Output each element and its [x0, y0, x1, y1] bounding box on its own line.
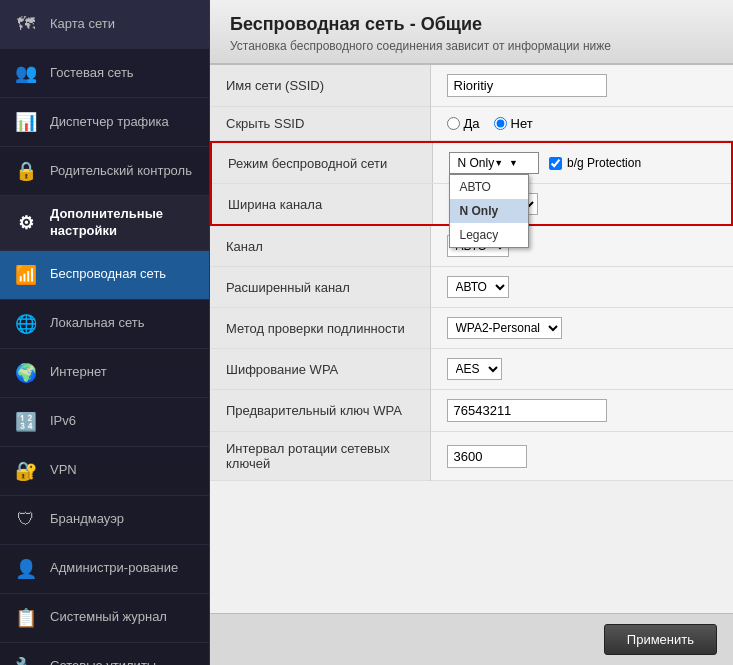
ssid-row: Имя сети (SSID) — [210, 65, 733, 107]
sidebar-item-lan[interactable]: 🌐 Локальная сеть — [0, 300, 209, 349]
auth-method-row: Метод проверки подлинности WPA2-Personal — [210, 308, 733, 349]
mode-bandwidth-table: Режим беспроводной сети N Only ▼ АВТО — [212, 143, 731, 224]
sidebar-label-parental-control: Родительский контроль — [50, 163, 192, 180]
sidebar-item-admin[interactable]: 👤 Администри-рование — [0, 545, 209, 594]
sidebar-item-traffic-manager[interactable]: 📊 Диспетчер трафика — [0, 98, 209, 147]
hide-ssid-radio-group: Да Нет — [447, 116, 718, 131]
wpa-encrypt-select[interactable]: AES — [447, 358, 502, 380]
dropdown-option-nonly[interactable]: N Only — [450, 199, 528, 223]
sidebar-label-guest-network: Гостевая сеть — [50, 65, 134, 82]
sidebar-item-parental-control[interactable]: 🔒 Родительский контроль — [0, 147, 209, 196]
mode-controls: N Only ▼ АВТО N Only Legacy — [449, 152, 716, 174]
ext-channel-cell: АВТО — [430, 267, 733, 308]
auth-method-label: Метод проверки подлинности — [210, 308, 430, 349]
firewall-icon: 🛡 — [12, 506, 40, 534]
wpa-encrypt-cell: AES — [430, 349, 733, 390]
sidebar-item-firewall[interactable]: 🛡 Брандмауэр — [0, 496, 209, 545]
hide-ssid-row: Скрыть SSID Да Нет — [210, 107, 733, 141]
sidebar-label-wireless: Беспроводная сеть — [50, 266, 166, 283]
bg-protection-checkbox[interactable] — [549, 157, 562, 170]
settings-table-2: Канал АВТО Расширенный канал АВТО — [210, 226, 733, 481]
network-map-icon: 🗺 — [12, 10, 40, 38]
sidebar-item-syslog[interactable]: 📋 Системный журнал — [0, 594, 209, 643]
internet-icon: 🌍 — [12, 359, 40, 387]
wpa-key-input[interactable] — [447, 399, 607, 422]
sidebar-item-guest-network[interactable]: 👥 Гостевая сеть — [0, 49, 209, 98]
wireless-mode-selected: N Only — [458, 156, 495, 170]
hide-ssid-label: Скрыть SSID — [210, 107, 430, 141]
page-subtitle: Установка беспроводного соединения завис… — [230, 39, 713, 53]
lan-icon: 🌐 — [12, 310, 40, 338]
channel-label: Канал — [210, 226, 430, 267]
wireless-mode-dropdown-menu: АВТО N Only Legacy — [449, 174, 529, 248]
page-footer: Применить — [210, 613, 733, 665]
wpa-encrypt-label: Шифрование WPA — [210, 349, 430, 390]
ssid-input[interactable] — [447, 74, 607, 97]
sidebar-label-net-tools: Сетевые утилиты — [50, 658, 156, 665]
sidebar-label-advanced-settings: Дополнительные настройки — [50, 206, 197, 240]
sidebar-label-lan: Локальная сеть — [50, 315, 144, 332]
ext-channel-select[interactable]: АВТО — [447, 276, 509, 298]
wireless-mode-dropdown-btn[interactable]: N Only ▼ — [449, 152, 540, 174]
sidebar-item-net-tools[interactable]: 🔧 Сетевые утилиты — [0, 643, 209, 665]
dropdown-arrow-icon: ▼ — [494, 158, 503, 168]
ipv6-icon: 🔢 — [12, 408, 40, 436]
sidebar-item-advanced-settings[interactable]: ⚙ Дополнительные настройки — [0, 196, 209, 251]
sidebar-label-vpn: VPN — [50, 462, 77, 479]
key-rotation-row: Интервал ротации сетевых ключей — [210, 432, 733, 481]
advanced-settings-icon: ⚙ — [12, 209, 40, 237]
wireless-mode-label: Режим беспроводной сети — [212, 143, 432, 184]
sidebar-item-internet[interactable]: 🌍 Интернет — [0, 349, 209, 398]
net-tools-icon: 🔧 — [12, 653, 40, 665]
key-rotation-cell — [430, 432, 733, 481]
auth-method-cell: WPA2-Personal — [430, 308, 733, 349]
sidebar: 🗺 Карта сети 👥 Гостевая сеть 📊 Диспетчер… — [0, 0, 210, 665]
sidebar-item-wireless[interactable]: 📶 Беспроводная сеть — [0, 251, 209, 300]
sidebar-label-network-map: Карта сети — [50, 16, 115, 33]
wireless-mode-row: Режим беспроводной сети N Only ▼ АВТО — [212, 143, 731, 184]
page-title: Беспроводная сеть - Общие — [230, 14, 713, 35]
hide-ssid-yes-radio[interactable] — [447, 117, 460, 130]
bandwidth-label: Ширина канала — [212, 184, 432, 225]
wireless-icon: 📶 — [12, 261, 40, 289]
traffic-manager-icon: 📊 — [12, 108, 40, 136]
apply-button[interactable]: Применить — [604, 624, 717, 655]
syslog-icon: 📋 — [12, 604, 40, 632]
wireless-mode-dropdown-container: N Only ▼ АВТО N Only Legacy — [449, 152, 540, 174]
admin-icon: 👤 — [12, 555, 40, 583]
sidebar-label-traffic-manager: Диспетчер трафика — [50, 114, 169, 131]
ssid-label: Имя сети (SSID) — [210, 65, 430, 107]
hide-ssid-cell: Да Нет — [430, 107, 733, 141]
ext-channel-label: Расширенный канал — [210, 267, 430, 308]
form-body: Имя сети (SSID) Скрыть SSID Да — [210, 65, 733, 613]
guest-network-icon: 👥 — [12, 59, 40, 87]
sidebar-item-vpn[interactable]: 🔐 VPN — [0, 447, 209, 496]
ext-channel-row: Расширенный канал АВТО — [210, 267, 733, 308]
key-rotation-input[interactable] — [447, 445, 527, 468]
sidebar-item-network-map[interactable]: 🗺 Карта сети — [0, 0, 209, 49]
hide-ssid-no-radio[interactable] — [494, 117, 507, 130]
wpa-key-row: Предварительный ключ WPA — [210, 390, 733, 432]
vpn-icon: 🔐 — [12, 457, 40, 485]
sidebar-label-internet: Интернет — [50, 364, 107, 381]
key-rotation-label: Интервал ротации сетевых ключей — [210, 432, 430, 481]
dropdown-option-auto[interactable]: АВТО — [450, 175, 528, 199]
hide-ssid-yes-label[interactable]: Да — [447, 116, 480, 131]
wpa-key-label: Предварительный ключ WPA — [210, 390, 430, 432]
wpa-encrypt-row: Шифрование WPA AES — [210, 349, 733, 390]
parental-control-icon: 🔒 — [12, 157, 40, 185]
auth-method-select[interactable]: WPA2-Personal — [447, 317, 562, 339]
ssid-value-cell — [430, 65, 733, 107]
sidebar-item-ipv6[interactable]: 🔢 IPv6 — [0, 398, 209, 447]
sidebar-label-ipv6: IPv6 — [50, 413, 76, 430]
dropdown-option-legacy[interactable]: Legacy — [450, 223, 528, 247]
wpa-key-cell — [430, 390, 733, 432]
highlighted-section: Режим беспроводной сети N Only ▼ АВТО — [210, 141, 733, 226]
page-header: Беспроводная сеть - Общие Установка бесп… — [210, 0, 733, 65]
hide-ssid-no-label[interactable]: Нет — [494, 116, 533, 131]
wireless-mode-cell: N Only ▼ АВТО N Only Legacy — [432, 143, 731, 184]
bg-protection-label[interactable]: b/g Protection — [549, 156, 641, 170]
sidebar-label-syslog: Системный журнал — [50, 609, 167, 626]
bg-protection-text: b/g Protection — [567, 156, 641, 170]
sidebar-label-firewall: Брандмауэр — [50, 511, 124, 528]
